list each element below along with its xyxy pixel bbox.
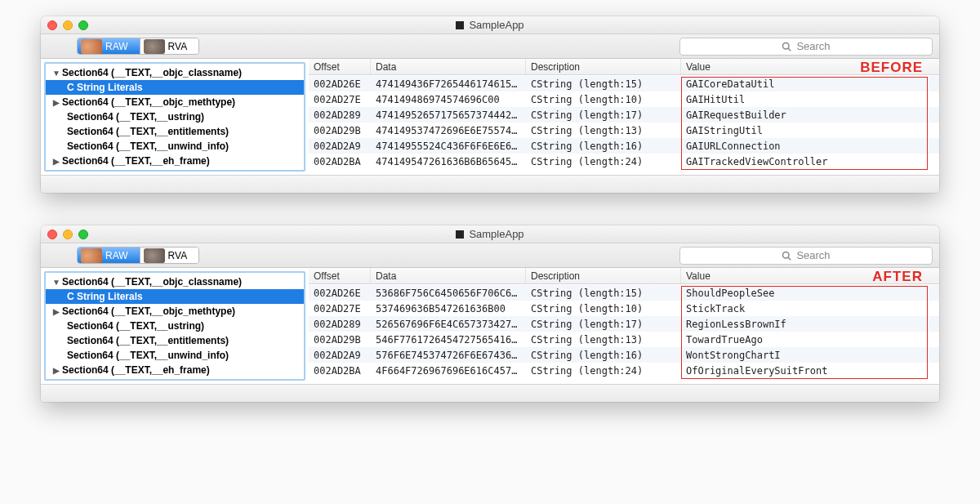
tree-row[interactable]: Section64 (__TEXT,__ustring) xyxy=(46,109,304,124)
cell-data: 474149547261636B6B6564566… xyxy=(371,156,526,167)
col-offset[interactable]: Offset xyxy=(309,268,371,283)
col-desc[interactable]: Description xyxy=(526,268,681,283)
cell-data: 47414955524C436F6F6E6E656… xyxy=(371,140,526,152)
tree-row[interactable]: C String Literals xyxy=(46,80,304,95)
tree-row[interactable]: ▶Section64 (__TEXT,__eh_frame) xyxy=(46,154,304,168)
tree-row[interactable]: ▼Section64 (__TEXT,__objc_classname) xyxy=(46,65,304,80)
view-mode-segment: RAW RVA xyxy=(77,247,199,264)
before-label: BEFORE xyxy=(860,60,923,76)
chevron-right-icon[interactable]: ▶ xyxy=(52,98,60,107)
cell-data: 474149537472696E6E755746… xyxy=(371,125,526,136)
cell-desc: CString (length:10) xyxy=(526,94,681,105)
strings-table: AFTER Offset Data Description Value 002A… xyxy=(309,268,939,384)
window-after: SampleApp RAW RVA Search ▼Section64 (__T… xyxy=(41,225,939,402)
chevron-down-icon[interactable]: ▼ xyxy=(52,278,60,287)
cell-data: 474149436F7265446174615… xyxy=(371,78,526,90)
tree-row[interactable]: Section64 (__TEXT,__entitlements) xyxy=(46,333,304,348)
col-offset[interactable]: Offset xyxy=(309,59,371,74)
view-mode-segment: RAW RVA xyxy=(77,38,199,55)
cell-offset: 002AD289 xyxy=(309,109,371,121)
cell-data: 526567696F6E4C6573734272… xyxy=(371,319,526,330)
window-title: SampleApp xyxy=(469,19,523,31)
cell-data: 53686F756C6450656F706C6… xyxy=(371,288,526,299)
cell-desc: CString (length:16) xyxy=(526,140,681,152)
cell-offset: 002AD26E xyxy=(309,288,371,299)
cell-offset: 002AD26E xyxy=(309,78,371,90)
window-footer xyxy=(41,175,939,193)
svg-point-2 xyxy=(783,252,790,258)
cell-desc: CString (length:10) xyxy=(526,303,681,314)
raw-tab[interactable]: RAW xyxy=(78,38,140,54)
app-icon xyxy=(456,230,464,239)
chevron-down-icon[interactable]: ▼ xyxy=(52,69,60,78)
tree-row[interactable]: C String Literals xyxy=(46,289,304,304)
app-icon xyxy=(456,21,464,29)
tree-row[interactable]: ▶Section64 (__TEXT,__objc_methtype) xyxy=(46,304,304,319)
search-icon xyxy=(782,251,791,261)
search-icon xyxy=(782,42,791,51)
cell-data: 474149486974574696C00 xyxy=(371,94,526,105)
chevron-right-icon[interactable]: ▶ xyxy=(52,307,60,316)
raw-tab[interactable]: RAW xyxy=(78,248,140,263)
value-highlight-box xyxy=(681,77,928,170)
tree-row[interactable]: Section64 (__TEXT,__unwind_info) xyxy=(46,139,304,154)
titlebar[interactable]: SampleApp xyxy=(41,225,939,243)
cell-offset: 002AD27E xyxy=(309,94,371,105)
tree-row[interactable]: Section64 (__TEXT,__ustring) xyxy=(46,319,304,333)
titlebar[interactable]: SampleApp xyxy=(41,16,939,34)
cell-data: 537469636B547261636B00 xyxy=(371,303,526,314)
cell-data: 546F7761726454727565416… xyxy=(371,334,526,346)
chevron-right-icon[interactable]: ▶ xyxy=(52,157,60,166)
tree-row[interactable]: Section64 (__TEXT,__entitlements) xyxy=(46,124,304,139)
cell-offset: 002AD2A9 xyxy=(309,140,371,152)
cell-desc: CString (length:24) xyxy=(526,365,681,377)
section-tree[interactable]: ▼Section64 (__TEXT,__objc_classname) C S… xyxy=(44,271,305,381)
cell-data: 576F6E745374726F6E67436… xyxy=(371,350,526,361)
search-input[interactable]: Search xyxy=(679,38,933,56)
raw-icon xyxy=(81,248,102,263)
cell-desc: CString (length:24) xyxy=(526,156,681,167)
rva-tab[interactable]: RVA xyxy=(140,248,199,263)
raw-icon xyxy=(81,39,102,54)
search-input[interactable]: Search xyxy=(679,247,933,265)
col-desc[interactable]: Description xyxy=(526,59,681,74)
cell-data: 474149526571756573744427… xyxy=(371,109,526,121)
strings-table: BEFORE Offset Data Description Value 002… xyxy=(309,59,939,175)
toolbar: RAW RVA Search xyxy=(41,243,939,268)
toolbar: RAW RVA Search xyxy=(41,34,939,59)
cell-offset: 002AD27E xyxy=(309,303,371,314)
col-data[interactable]: Data xyxy=(371,59,526,74)
svg-line-3 xyxy=(789,257,791,260)
cell-offset: 002AD2BA xyxy=(309,156,371,167)
rva-icon xyxy=(144,39,165,54)
tree-row[interactable]: Section64 (__TEXT,__unwind_info) xyxy=(46,348,304,363)
cell-offset: 002AD2A9 xyxy=(309,350,371,361)
tree-row[interactable]: ▶Section64 (__TEXT,__eh_frame) xyxy=(46,363,304,377)
cell-desc: CString (length:15) xyxy=(526,288,681,299)
chevron-right-icon[interactable]: ▶ xyxy=(52,366,60,375)
tree-row[interactable]: ▼Section64 (__TEXT,__objc_classname) xyxy=(46,274,304,289)
rva-icon xyxy=(144,248,165,263)
col-data[interactable]: Data xyxy=(371,268,526,283)
section-tree[interactable]: ▼Section64 (__TEXT,__objc_classname) C S… xyxy=(44,62,305,172)
cell-desc: CString (length:17) xyxy=(526,109,681,121)
cell-offset: 002AD29B xyxy=(309,334,371,346)
cell-offset: 002AD2BA xyxy=(309,365,371,377)
cell-desc: CString (length:13) xyxy=(526,334,681,346)
svg-line-1 xyxy=(789,48,791,51)
value-highlight-box xyxy=(681,286,928,379)
cell-desc: CString (length:16) xyxy=(526,350,681,361)
after-label: AFTER xyxy=(872,269,923,285)
cell-desc: CString (length:13) xyxy=(526,125,681,136)
window-footer xyxy=(41,384,939,402)
tree-row[interactable]: ▶Section64 (__TEXT,__objc_methtype) xyxy=(46,95,304,109)
window-before: SampleApp RAW RVA Search ▼Section64 (__T… xyxy=(41,16,939,193)
cell-offset: 002AD29B xyxy=(309,125,371,136)
svg-point-0 xyxy=(783,42,790,49)
cell-data: 4F664F726967696E616C4576… xyxy=(371,365,526,377)
cell-offset: 002AD289 xyxy=(309,319,371,330)
rva-tab[interactable]: RVA xyxy=(140,38,199,54)
window-title: SampleApp xyxy=(469,228,523,240)
cell-desc: CString (length:17) xyxy=(526,319,681,330)
cell-desc: CString (length:15) xyxy=(526,78,681,90)
